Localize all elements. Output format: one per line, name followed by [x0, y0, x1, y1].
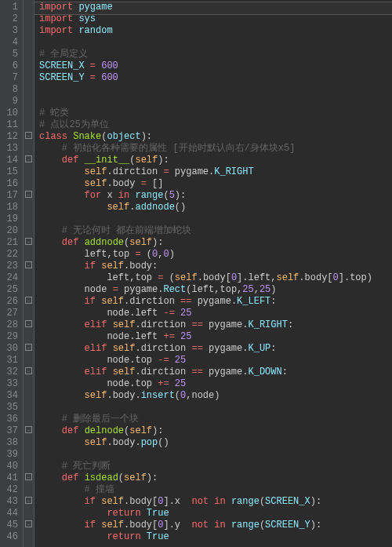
code-line[interactable]: import pygame: [39, 2, 392, 13]
code-line[interactable]: # 蛇类: [39, 108, 392, 119]
fold-marker[interactable]: -: [24, 471, 34, 483]
line-number: 15: [3, 166, 18, 178]
code-line[interactable]: def delnode(self):: [39, 425, 392, 437]
line-number: 22: [3, 249, 18, 261]
fold-marker[interactable]: -: [24, 235, 34, 247]
line-number: 28: [3, 319, 18, 331]
line-number: 4: [3, 37, 18, 49]
code-line[interactable]: [39, 96, 392, 108]
line-number: 26: [3, 296, 18, 308]
code-line[interactable]: [39, 449, 392, 461]
code-line[interactable]: # 无论何时 都在前端增加蛇块: [39, 225, 392, 237]
code-line[interactable]: self.body = []: [39, 178, 392, 190]
fold-marker[interactable]: -: [24, 365, 34, 377]
code-line[interactable]: # 撞墙: [39, 484, 392, 496]
fold-marker: [24, 118, 34, 129]
code-line[interactable]: if self.dirction == pygame.K_LEFT:: [39, 296, 392, 308]
code-line[interactable]: if self.body:: [39, 261, 392, 272]
code-line[interactable]: for x in range(5):: [39, 190, 392, 202]
line-number: 14: [3, 155, 18, 166]
line-number: 20: [3, 225, 18, 237]
fold-marker[interactable]: -: [24, 424, 34, 436]
fold-marker: [24, 459, 34, 471]
fold-marker: [24, 224, 34, 235]
fold-marker: [24, 82, 34, 94]
fold-marker: [24, 353, 34, 365]
fold-marker: [24, 94, 34, 106]
code-line[interactable]: left,top = (self.body[0].left,self.body[…: [39, 272, 392, 284]
fold-marker[interactable]: -: [24, 341, 34, 353]
code-line[interactable]: elif self.dirction == pygame.K_UP:: [39, 343, 392, 355]
code-line[interactable]: def addnode(self):: [39, 237, 392, 249]
code-line[interactable]: [39, 213, 392, 225]
fold-marker: [24, 330, 34, 341]
code-line[interactable]: node.left -= 25: [39, 308, 392, 319]
code-line[interactable]: elif self.dirction == pygame.K_RIGHT:: [39, 319, 392, 331]
fold-marker[interactable]: -: [24, 129, 34, 141]
code-line[interactable]: SCREEN_Y = 600: [39, 72, 392, 84]
code-line[interactable]: node.top += 25: [39, 378, 392, 390]
line-number: 36: [3, 414, 18, 425]
code-area[interactable]: import pygameimport sysimport random# 全局…: [34, 0, 392, 547]
code-line[interactable]: if self.body[0].x not in range(SCREEN_X)…: [39, 496, 392, 508]
fold-marker[interactable]: -: [24, 494, 34, 506]
code-line[interactable]: return True: [39, 508, 392, 520]
code-line[interactable]: node.left += 25: [39, 331, 392, 343]
line-number: 31: [3, 355, 18, 366]
line-number: 27: [3, 308, 18, 319]
code-line[interactable]: # 删除最后一个块: [39, 414, 392, 425]
fold-marker[interactable]: -: [24, 518, 34, 530]
fold-marker: [24, 24, 34, 35]
line-number: 13: [3, 143, 18, 155]
code-line[interactable]: [39, 84, 392, 96]
code-line[interactable]: class Snake(object):: [39, 131, 392, 143]
line-number: 2: [3, 13, 18, 25]
fold-marker[interactable]: -: [24, 153, 34, 165]
code-line[interactable]: self.body.insert(0,node): [39, 390, 392, 402]
code-line[interactable]: [39, 37, 392, 49]
code-line[interactable]: return True: [39, 531, 392, 543]
line-number: 46: [3, 531, 18, 543]
line-number: 29: [3, 331, 18, 343]
line-number: 25: [3, 284, 18, 296]
code-line[interactable]: [39, 402, 392, 414]
code-line[interactable]: self.addnode(): [39, 202, 392, 213]
code-line[interactable]: # 点以25为单位: [39, 119, 392, 131]
code-line[interactable]: self.dirction = pygame.K_RIGHT: [39, 166, 392, 178]
code-line[interactable]: self.body.pop(): [39, 437, 392, 449]
fold-marker[interactable]: -: [24, 318, 34, 330]
fold-marker: [24, 0, 34, 12]
code-line[interactable]: def __init__(self):: [39, 155, 392, 166]
code-line[interactable]: # 死亡判断: [39, 461, 392, 472]
line-number: 11: [3, 119, 18, 131]
fold-marker: [24, 400, 34, 412]
fold-marker: [24, 200, 34, 212]
fold-marker: [24, 59, 34, 71]
code-line[interactable]: node.top -= 25: [39, 355, 392, 366]
code-line[interactable]: elif self.dirction == pygame.K_DOWN:: [39, 366, 392, 378]
fold-marker: [24, 141, 34, 153]
line-number: 35: [3, 402, 18, 414]
code-line[interactable]: # 初始化各种需要的属性 [开始时默认向右/身体块x5]: [39, 143, 392, 155]
fold-marker: [24, 377, 34, 388]
fold-marker: [24, 530, 34, 542]
fold-marker[interactable]: -: [24, 259, 34, 271]
code-line[interactable]: # 全局定义: [39, 49, 392, 60]
fold-column[interactable]: -------------: [24, 0, 34, 547]
fold-marker: [24, 12, 34, 24]
code-line[interactable]: node = pygame.Rect(left,top,25,25): [39, 284, 392, 296]
fold-marker: [24, 483, 34, 494]
code-line[interactable]: def isdead(self):: [39, 472, 392, 484]
fold-marker[interactable]: -: [24, 188, 34, 200]
code-line[interactable]: import random: [39, 25, 392, 37]
code-line[interactable]: if self.body[0].y not in range(SCREEN_Y)…: [39, 520, 392, 531]
code-line[interactable]: SCREEN_X = 600: [39, 60, 392, 72]
line-number: 40: [3, 461, 18, 472]
fold-marker[interactable]: -: [24, 294, 34, 306]
code-editor[interactable]: 1234567891011121314151617181920212223242…: [0, 0, 392, 547]
code-line[interactable]: left,top = (0,0): [39, 249, 392, 261]
fold-marker: [24, 436, 34, 447]
fold-marker: [24, 447, 34, 459]
fold-marker: [24, 177, 34, 188]
code-line[interactable]: import sys: [39, 13, 392, 25]
